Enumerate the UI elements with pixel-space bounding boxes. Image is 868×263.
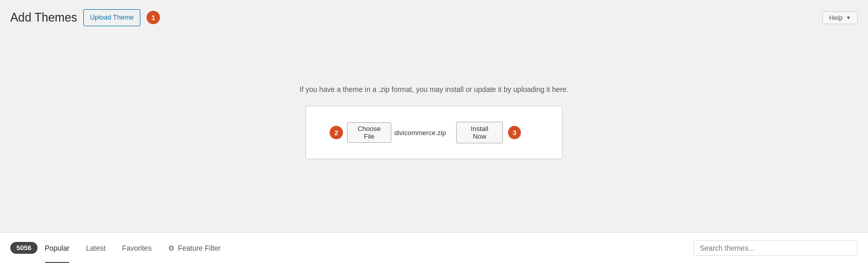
help-button[interactable]: Help ▼ — [822, 11, 858, 24]
install-now-badge: 3 — [508, 126, 521, 139]
upload-description: If you have a theme in a .zip format, yo… — [300, 85, 569, 93]
chosen-file-name: divicommerce.zip — [394, 129, 446, 137]
upload-theme-button[interactable]: Upload Theme — [83, 9, 140, 26]
top-bar: Add Themes Upload Theme 1 Help ▼ — [0, 0, 868, 33]
tab-latest-label: Latest — [86, 244, 105, 252]
theme-count-badge: 5056 — [10, 242, 38, 254]
tab-favorites[interactable]: Favorites — [114, 233, 160, 264]
page-title: Add Themes — [10, 11, 77, 25]
choose-file-button[interactable]: Choose File — [347, 122, 391, 143]
tab-latest[interactable]: Latest — [78, 233, 114, 264]
feature-filter-label: Feature Filter — [178, 244, 221, 252]
choose-file-badge: 2 — [330, 126, 343, 139]
upload-area: If you have a theme in a .zip format, yo… — [0, 33, 868, 232]
bottom-bar: 5056 Popular Latest Favorites ⚙ Feature … — [0, 232, 868, 263]
help-label: Help — [829, 14, 843, 22]
chevron-down-icon: ▼ — [846, 15, 851, 21]
search-themes-input[interactable] — [693, 240, 858, 256]
install-now-group: Install Now 3 — [456, 122, 521, 143]
upload-box: 2 Choose File divicommerce.zip Install N… — [305, 106, 563, 159]
upload-theme-badge: 1 — [147, 11, 160, 24]
top-bar-left: Add Themes Upload Theme 1 — [10, 9, 160, 26]
feature-filter-item[interactable]: ⚙ Feature Filter — [160, 233, 229, 264]
tab-popular-label: Popular — [45, 244, 69, 252]
install-now-button[interactable]: Install Now — [456, 122, 503, 143]
tab-popular[interactable]: Popular — [45, 233, 78, 264]
gear-icon: ⚙ — [168, 244, 175, 252]
tab-favorites-label: Favorites — [122, 244, 152, 252]
file-input-group: 2 Choose File divicommerce.zip — [347, 122, 446, 143]
